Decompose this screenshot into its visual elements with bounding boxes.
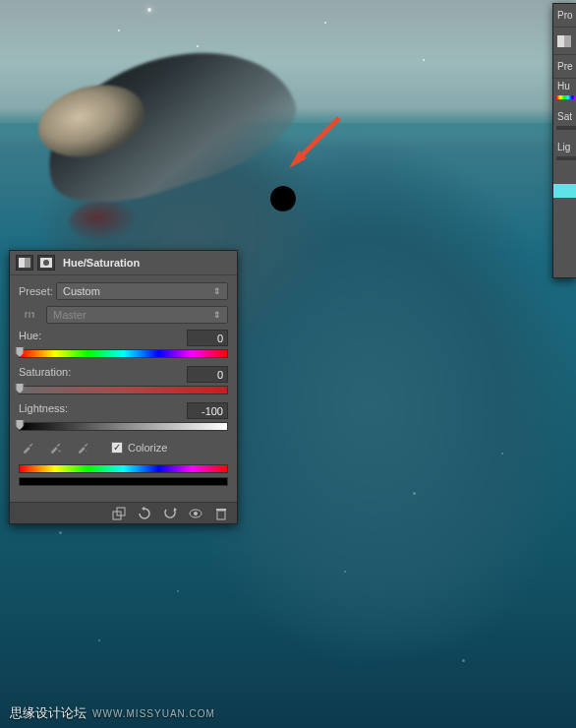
eyedropper-row: + - ✓ Colorize [19, 439, 228, 456]
hue-block: Hue: 0 [19, 330, 228, 358]
colorize-label: Colorize [128, 442, 167, 454]
input-color-bar[interactable] [19, 464, 228, 473]
clip-to-layer-icon[interactable] [111, 506, 127, 521]
light-label-right: Lig [553, 140, 576, 153]
output-color-bar[interactable] [19, 477, 228, 486]
sat-label-right: Sat [553, 109, 576, 123]
bubble [344, 571, 346, 573]
bubble [501, 453, 503, 455]
watermark-sub: WWW.MISSYUAN.COM [92, 708, 215, 719]
properties-tab-label: Pro [557, 10, 573, 21]
watermark-main: 思缘设计论坛 [10, 704, 86, 722]
eyedropper-add-icon[interactable]: + [46, 439, 64, 456]
lightness-slider-right[interactable] [556, 156, 576, 160]
lightness-value: -100 [202, 405, 223, 417]
color-range-bars [19, 464, 228, 486]
star [118, 30, 120, 31]
panel-title: Hue/Saturation [63, 257, 140, 269]
lightness-value-input[interactable]: -100 [187, 402, 228, 419]
panel-footer [10, 502, 237, 523]
bubble [98, 639, 100, 641]
saturation-value: 0 [217, 369, 223, 381]
svg-rect-17 [557, 35, 564, 47]
star [324, 22, 326, 24]
preset-row: Preset: Custom ⇕ [19, 282, 228, 300]
svg-rect-15 [216, 509, 226, 511]
panel-body: Preset: Custom ⇕ Master ⇕ Hue: 0 [10, 275, 237, 492]
hue-slider-right[interactable] [556, 95, 576, 99]
preset-row-right[interactable]: Pre [553, 55, 576, 79]
targeted-adjust-icon[interactable] [19, 307, 40, 323]
eyedropper-icon[interactable] [19, 439, 36, 456]
preset-label-right: Pre [557, 61, 573, 72]
previous-state-icon[interactable] [137, 506, 152, 521]
chevron-updown-icon: ⇕ [213, 286, 221, 296]
svg-rect-14 [217, 511, 225, 519]
preset-value: Custom [63, 285, 100, 297]
hue-sat-adjustment-icon [557, 35, 571, 47]
svg-marker-10 [142, 507, 144, 511]
saturation-slider-track[interactable] [19, 386, 228, 394]
reset-icon[interactable] [162, 506, 178, 521]
edit-range-value: Master [53, 309, 86, 321]
shark-eye [270, 186, 296, 212]
adjustment-layer-icon [16, 255, 33, 271]
lightness-label: Lightness: [19, 402, 68, 419]
saturation-value-input[interactable]: 0 [187, 366, 228, 383]
adjustment-icon-row [553, 28, 576, 55]
svg-rect-3 [19, 258, 25, 268]
mask-icon [37, 255, 55, 271]
svg-text:+: + [58, 447, 62, 454]
lightness-slider-track[interactable] [19, 422, 228, 431]
preset-label: Preset: [19, 285, 56, 297]
properties-tab[interactable]: Pro [553, 4, 576, 28]
checkbox-checked-icon: ✓ [111, 442, 123, 454]
hue-label-right: Hu [553, 79, 576, 92]
hue-value: 0 [217, 333, 223, 344]
bubble [413, 492, 416, 495]
visibility-toggle-icon[interactable] [188, 506, 203, 521]
bubble [177, 590, 179, 592]
properties-panel-cropped[interactable]: Pro Pre Hu Sat Lig [552, 3, 576, 278]
bubble [462, 659, 465, 662]
color-swatch-right [553, 184, 576, 198]
bubble [59, 531, 62, 534]
chevron-updown-icon: ⇕ [213, 310, 221, 320]
hue-saturation-panel[interactable]: Hue/Saturation Preset: Custom ⇕ Master ⇕… [9, 250, 238, 524]
svg-point-5 [43, 260, 49, 266]
saturation-block: Saturation: 0 [19, 366, 228, 394]
star [147, 8, 151, 12]
shark-blood [69, 202, 138, 241]
hue-value-input[interactable]: 0 [187, 330, 228, 346]
svg-text:-: - [86, 447, 87, 454]
trash-icon[interactable] [213, 506, 229, 521]
saturation-slider-thumb[interactable] [16, 383, 25, 394]
colorize-checkbox[interactable]: ✓ Colorize [111, 442, 167, 454]
hue-slider-thumb[interactable] [16, 346, 25, 357]
saturation-label: Saturation: [19, 366, 71, 383]
saturation-slider-right[interactable] [556, 126, 576, 130]
lightness-slider-thumb[interactable] [16, 419, 25, 430]
hue-label: Hue: [19, 330, 41, 346]
preset-select[interactable]: Custom ⇕ [56, 282, 228, 300]
edit-range-select[interactable]: Master ⇕ [46, 306, 228, 324]
hue-slider-track[interactable] [19, 349, 228, 358]
panel-header[interactable]: Hue/Saturation [10, 251, 237, 275]
svg-point-13 [194, 512, 198, 516]
star [197, 45, 199, 47]
eyedropper-subtract-icon[interactable]: - [74, 439, 91, 456]
lightness-block: Lightness: -100 [19, 402, 228, 431]
range-row: Master ⇕ [19, 306, 228, 324]
watermark: 思缘设计论坛 WWW.MISSYUAN.COM [10, 704, 215, 722]
